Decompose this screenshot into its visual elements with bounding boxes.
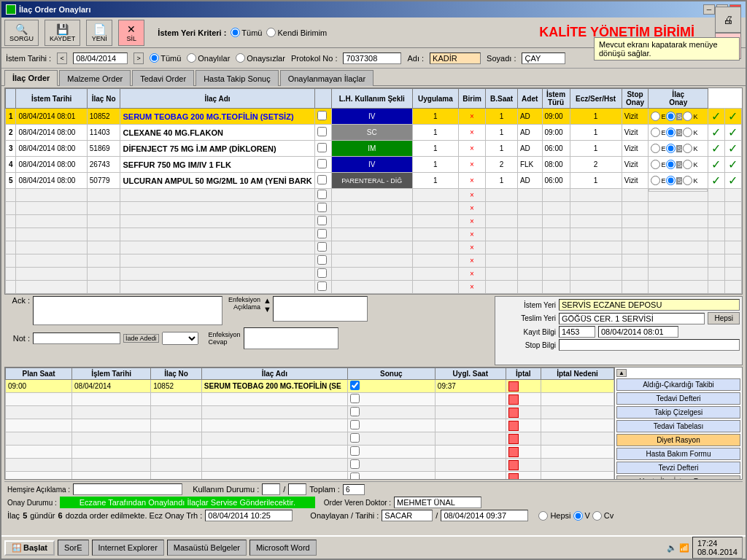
aldigi-cikardigi-button[interactable]: Aldığı-Çıkardığı Takibi	[616, 378, 740, 391]
row-stop-onay[interactable]: ✓	[708, 173, 724, 189]
slash: /	[283, 485, 285, 494]
tedavi-tabelasi-button[interactable]: Tedavi Tabelası	[616, 420, 740, 432]
protokol-input[interactable]	[343, 52, 401, 64]
stop-bilgi-input[interactable]	[559, 339, 740, 351]
row-stop-onay[interactable]: ✓	[708, 157, 724, 173]
brow-ilac-no: 10852	[151, 380, 202, 393]
footer-cv-radio[interactable]	[592, 511, 602, 521]
date-input[interactable]	[73, 52, 128, 64]
hst-radio[interactable]	[683, 160, 692, 169]
row-checkbox[interactable]	[317, 159, 327, 168]
istem-yeri-input[interactable]	[559, 299, 740, 311]
row-cb[interactable]	[314, 109, 331, 125]
hepsi-button[interactable]: Hepsi	[708, 312, 740, 324]
tevzi-defteri-button[interactable]: Tevzi Defteri	[616, 462, 740, 474]
row-checkbox[interactable]	[317, 143, 327, 152]
sil-button[interactable]: ✕ SİL	[118, 20, 144, 46]
yeni-button[interactable]: 📄 YENİ	[86, 20, 112, 46]
tedavi-defteri-button[interactable]: Tedavi Defteri	[616, 392, 740, 405]
filter-onaylilar-input[interactable]	[187, 53, 196, 63]
hasta-ilac-istem-raporu-button[interactable]: Hasta İlaç İstem Raporu	[616, 475, 740, 479]
row-stop-onay[interactable]: ✓	[708, 125, 724, 141]
ecz-radio[interactable]	[651, 112, 660, 121]
ser-radio[interactable]	[666, 112, 676, 121]
row-cb[interactable]	[314, 125, 331, 141]
kayit-bilgi-input[interactable]	[559, 326, 595, 338]
hasta-bakim-formu-button[interactable]: Hasta Bakım Formu	[616, 448, 740, 460]
app-icon	[6, 4, 16, 15]
tab-hasta-takip-sonuc[interactable]: Hasta Takip Sonuç	[196, 70, 279, 86]
row-checkbox[interactable]	[317, 175, 327, 184]
iade-adedi-button[interactable]: İade Adedi	[123, 334, 159, 343]
teslim-yeri-input[interactable]	[559, 313, 705, 324]
ecz-onay-trh-input[interactable]	[205, 510, 293, 521]
row-cb[interactable]	[314, 157, 331, 173]
hst-radio[interactable]	[683, 128, 692, 137]
soyadi-input[interactable]	[522, 52, 565, 64]
kullanim-val1-input[interactable]	[262, 483, 280, 495]
sorgu-button[interactable]: 🔍 SORGU	[4, 20, 39, 46]
date-prev-button[interactable]: <	[57, 52, 67, 64]
row-ilac-onay[interactable]: ✓	[724, 173, 741, 189]
adi-input[interactable]	[430, 52, 481, 64]
kullanim-val2-input[interactable]	[288, 483, 306, 495]
viris-hizi-select[interactable]	[162, 332, 198, 345]
table-row-empty: ×	[6, 202, 742, 215]
taskbar-item-ie[interactable]: Internet Explorer	[92, 540, 164, 556]
hst-radio[interactable]	[683, 176, 692, 185]
row-ilac-onay[interactable]: ✓	[724, 157, 741, 173]
row-cb[interactable]	[314, 141, 331, 157]
not-input[interactable]	[33, 332, 120, 344]
onaylayan-input[interactable]	[382, 510, 433, 521]
row-checkbox[interactable]	[317, 111, 327, 120]
takip-cizelgesi-button[interactable]: Takip Çizelgesi	[616, 406, 740, 419]
ecz-radio[interactable]	[651, 128, 660, 137]
enfeksiyon-cevap-textarea[interactable]	[244, 327, 338, 349]
row-ilac-onay[interactable]: ✓	[724, 141, 741, 157]
ser-radio[interactable]	[666, 160, 676, 169]
row-ilac-onay[interactable]: ✓	[724, 109, 741, 125]
ecz-radio[interactable]	[651, 144, 660, 153]
right-middle: İstem Yeri Teslim Yeri Hepsi Kayıt Bilgi…	[495, 296, 743, 365]
ser-radio[interactable]	[666, 128, 676, 137]
date-next-button[interactable]: >	[133, 52, 144, 64]
footer-hepsi-radio[interactable]	[538, 511, 548, 521]
onaylayan-tarih-input[interactable]	[441, 510, 528, 521]
hst-radio[interactable]	[683, 144, 692, 153]
hemsire-aciklama-input[interactable]	[73, 483, 182, 495]
hst-radio[interactable]	[683, 112, 692, 121]
kaydet-button[interactable]: 💾 KAYDET	[44, 20, 80, 46]
radio-tumu-input[interactable]	[231, 28, 240, 37]
order-veren-input[interactable]	[394, 497, 481, 508]
filter-onaysizlar-input[interactable]	[236, 53, 245, 63]
row-ilac-onay[interactable]: ✓	[724, 125, 741, 141]
kayit-bilgi-date-input[interactable]	[598, 326, 678, 338]
row-cb[interactable]	[314, 173, 331, 189]
start-button[interactable]: 🪟 Başlat	[4, 540, 55, 556]
tab-tedavi-order[interactable]: Tedavi Order	[132, 70, 194, 86]
ser-radio[interactable]	[666, 144, 676, 153]
taskbar-item-word[interactable]: Microsoft Word	[249, 540, 317, 556]
filter-tumu-input[interactable]	[150, 53, 159, 63]
row-stop-onay[interactable]: ✓	[708, 141, 724, 157]
diyet-rasyon-button[interactable]: Diyet Rasyon	[616, 434, 740, 446]
tab-malzeme-order[interactable]: Malzeme Order	[59, 70, 131, 86]
radio-kendi-input[interactable]	[266, 28, 276, 37]
taskbar-item-sore[interactable]: SorE	[58, 540, 88, 556]
print-button[interactable]: 🖨	[715, 7, 741, 33]
ack-textarea[interactable]	[33, 296, 222, 325]
scroll-up-button[interactable]: ▲	[616, 369, 627, 377]
tab-onaylanmayan-ilaclar[interactable]: Onaylanmayan İlaçlar	[280, 70, 374, 86]
minimize-button[interactable]: ─	[703, 4, 715, 15]
ecz-radio[interactable]	[651, 176, 660, 185]
footer-v-radio[interactable]	[573, 511, 583, 521]
ser-radio[interactable]	[666, 176, 676, 185]
row-stop-onay[interactable]: ✓	[708, 109, 724, 125]
ecz-radio[interactable]	[651, 160, 660, 169]
taskbar-item-desktop[interactable]: Masaüstü Belgeler	[167, 540, 247, 556]
yeni-icon: 📄	[92, 23, 107, 35]
tab-ilac-order[interactable]: İlaç Order	[4, 70, 58, 86]
sonuc-checkbox[interactable]	[350, 381, 360, 390]
enfeksiyon-aciklama-textarea[interactable]	[273, 296, 368, 322]
row-checkbox[interactable]	[317, 127, 327, 136]
